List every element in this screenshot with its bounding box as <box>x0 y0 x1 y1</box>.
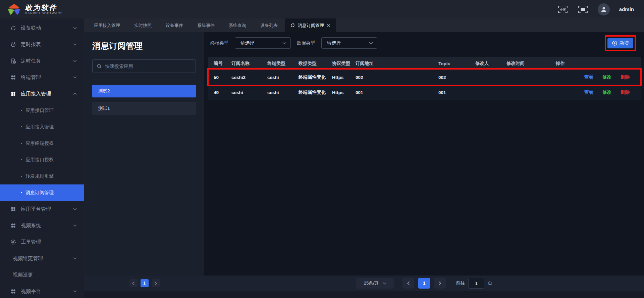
sidebar-item-label: 定时报表 <box>21 41 41 48</box>
current-page-button[interactable]: 1 <box>418 278 430 289</box>
sidebar-item-device-linkage[interactable]: 设备联动 <box>0 20 84 36</box>
delete-link[interactable]: 删除 <box>621 74 630 80</box>
cell-address: 001 <box>350 90 433 95</box>
app-list-item-selected[interactable]: 测试2 <box>92 85 196 97</box>
sidebar-item-video-patrol[interactable]: 视频巡更 <box>0 267 84 283</box>
top-header: 敢为软件 GANWEI SOFTWARE 全屏 <box>0 0 644 18</box>
cell-topic: 002 <box>433 75 470 80</box>
sidebar-item-video-patrol-management[interactable]: 视频巡更管理 <box>0 250 84 267</box>
data-type-select[interactable]: 请选择 <box>321 37 377 49</box>
tab-device-list[interactable]: 设备列表 <box>253 18 285 32</box>
sidebar-item-video-platform[interactable]: 视频平台 <box>0 283 84 298</box>
prev-page-button[interactable] <box>402 278 414 289</box>
refresh-icon[interactable] <box>290 23 295 28</box>
tab-system-events[interactable]: 系统事件 <box>190 18 222 32</box>
tab-bar: 应用接入管理 实时快照 设备事件 系统事件 系统查询 设备列表 消息订阅管理 <box>84 18 644 32</box>
chevron-down-icon <box>369 42 373 44</box>
panel-current-page[interactable]: 1 <box>141 279 149 287</box>
chevron-down-icon <box>73 224 77 227</box>
subscription-panel: 消息订阅管理 测试2 测试1 <box>84 32 204 298</box>
edit-link[interactable]: 修改 <box>602 89 611 95</box>
panel-divider <box>92 80 196 80</box>
sidebar-subitem-label: 消息订阅管理 <box>25 190 54 196</box>
sidebar-item-label: 应用接入管理 <box>21 91 51 97</box>
sidebar-item-terminal-management[interactable]: 终端管理 <box>0 69 84 86</box>
column-header: 协议类型 <box>327 60 350 67</box>
sidebar-item-label: 应用平台管理 <box>21 206 51 212</box>
table-row: 49 ceshi ceshi 终端属性变化 Https 001 001 查看 <box>208 85 641 100</box>
brand-logo: 敢为软件 GANWEI SOFTWARE <box>7 3 63 15</box>
cell-protocol: Https <box>327 75 350 80</box>
delete-link[interactable]: 删除 <box>621 89 630 95</box>
table-pagination: 25条/页 1 前往 页 <box>205 275 644 298</box>
sidebar-subitem-app-interface-management[interactable]: 应用接口管理 <box>0 102 84 119</box>
sidebar-subitem-label: 应用接入管理 <box>25 124 54 130</box>
sidebar-subitem-label: 应用接口授权 <box>25 157 54 163</box>
terminal-type-select[interactable]: 请选择 <box>235 37 291 49</box>
cell-subscription-name: ceshi <box>226 90 262 95</box>
goto-label: 前往 <box>456 280 465 286</box>
sidebar-subitem-message-subscription[interactable]: 消息订阅管理 <box>0 184 84 201</box>
plus-circle-icon <box>612 41 617 46</box>
tab-realtime-snapshot[interactable]: 实时快照 <box>127 18 159 32</box>
sync-icon <box>10 25 16 31</box>
cell-data-type: 终端属性变化 <box>293 89 327 95</box>
app-search-box <box>92 59 196 73</box>
sidebar-subitem-app-interface-auth[interactable]: 应用接口授权 <box>0 152 84 168</box>
edit-link[interactable]: 修改 <box>602 74 611 80</box>
app-list-item[interactable]: 测试1 <box>92 102 196 115</box>
sidebar-item-label: 视频系统 <box>21 222 41 229</box>
chevron-down-icon <box>383 282 386 285</box>
sidebar-item-app-platform-management[interactable]: 应用平台管理 <box>0 201 84 217</box>
sidebar-subitem-forward-rule-engine[interactable]: 转发规则引擎 <box>0 168 84 184</box>
select-value: 请选择 <box>327 40 341 46</box>
column-header: 修改时间 <box>501 60 550 67</box>
sidebar-item-app-access-management[interactable]: 应用接入管理 <box>0 86 84 102</box>
page-title: 消息订阅管理 <box>92 40 196 51</box>
tab-label: 应用接入管理 <box>94 23 120 29</box>
cell-terminal-type: ceshi <box>262 75 293 80</box>
cell-actions: 查看 修改 删除 <box>550 74 641 80</box>
search-input[interactable] <box>105 63 192 69</box>
sidebar-item-label: 视频平台 <box>21 288 41 295</box>
capture-screen-icon[interactable] <box>578 5 588 14</box>
tab-label: 消息订阅管理 <box>298 23 324 29</box>
tab-system-query[interactable]: 系统查询 <box>222 18 253 32</box>
chevron-down-icon <box>282 42 286 44</box>
page-unit-label: 页 <box>488 280 492 286</box>
app-item-label: 测试1 <box>98 105 110 112</box>
panel-next-page-button[interactable] <box>152 279 160 287</box>
tab-device-events[interactable]: 设备事件 <box>159 18 190 32</box>
sidebar-item-scheduled-reports[interactable]: 定时报表 <box>0 36 84 53</box>
add-button[interactable]: 新增 <box>607 38 633 48</box>
sidebar-item-work-order-management[interactable]: 工单管理 <box>0 234 84 250</box>
tab-message-subscription-active[interactable]: 消息订阅管理 <box>285 18 336 32</box>
column-header: 编号 <box>208 60 226 67</box>
main-content: 终端类型 请选择 数据类型 请选择 <box>204 32 644 298</box>
grid-icon <box>10 223 16 229</box>
next-page-button[interactable] <box>434 278 446 289</box>
user-avatar[interactable] <box>598 3 610 15</box>
gear-icon <box>10 239 16 245</box>
view-link[interactable]: 查看 <box>584 89 593 95</box>
sidebar-item-scheduled-tasks[interactable]: 定时任务 <box>0 53 84 69</box>
view-link[interactable]: 查看 <box>584 74 593 80</box>
sidebar-subitem-app-terminal-auth[interactable]: 应用终端授权 <box>0 135 84 152</box>
tab-app-access-management[interactable]: 应用接入管理 <box>87 18 127 32</box>
sidebar-item-label: 设备联动 <box>21 25 41 31</box>
username-label[interactable]: admin <box>619 6 634 12</box>
close-tab-icon[interactable] <box>327 24 330 27</box>
clock-icon <box>10 42 16 48</box>
panel-prev-page-button[interactable] <box>129 279 138 287</box>
subscription-table: 编号 订阅名称 终端类型 数据类型 协议类型 订阅地址 Topic 修改人 修改… <box>208 57 641 100</box>
add-button-label: 新增 <box>620 40 629 46</box>
tab-label: 设备事件 <box>166 23 183 29</box>
cell-id: 50 <box>208 75 226 80</box>
goto-page-input[interactable] <box>468 278 484 289</box>
sidebar-item-video-system[interactable]: 视频系统 <box>0 217 84 234</box>
footer-bar: 1 25条/页 1 前往 <box>84 275 644 298</box>
page-size-select[interactable]: 25条/页 <box>356 278 394 289</box>
sidebar-subitem-app-access-management[interactable]: 应用接入管理 <box>0 119 84 135</box>
fullscreen-icon[interactable]: 全屏 <box>557 5 568 14</box>
filter-toolbar: 终端类型 请选择 数据类型 请选择 <box>210 37 639 49</box>
